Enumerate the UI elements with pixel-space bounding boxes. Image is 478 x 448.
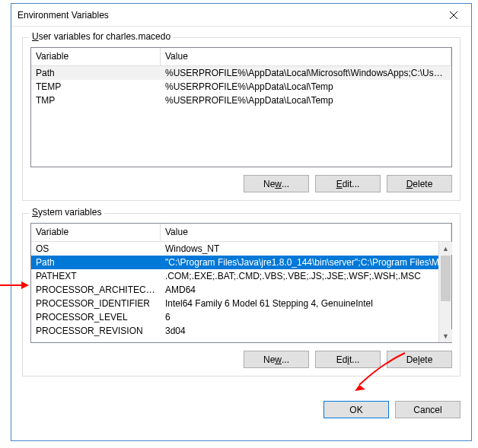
ok-button[interactable]: OK — [323, 401, 389, 418]
user-edit-button[interactable]: Edit... — [315, 175, 381, 192]
cell-value: "C:\Program Files\Java\jre1.8.0_144\bin\… — [161, 256, 451, 269]
col-header-variable[interactable]: Variable — [31, 224, 161, 241]
cell-variable: TMP — [31, 94, 161, 107]
user-variables-group: User variables for charles.macedo Variab… — [22, 37, 460, 201]
list-row[interactable]: PROCESSOR_LEVEL 6 — [31, 310, 451, 324]
cell-variable: PROCESSOR_LEVEL — [31, 310, 161, 324]
list-row[interactable]: PATHEXT .COM;.EXE;.BAT;.CMD;.VBS;.VBE;.J… — [31, 269, 451, 283]
cell-value: %USERPROFILE%\AppData\Local\Temp — [161, 80, 451, 94]
cell-value: %USERPROFILE%\AppData\Local\Microsoft\Wi… — [161, 66, 451, 80]
cell-variable: PROCESSOR_ARCHITECTURE — [31, 283, 161, 297]
cell-variable: Path — [31, 66, 161, 80]
cell-value: 6 — [161, 310, 451, 324]
cell-variable: OS — [31, 242, 161, 256]
user-buttons: New... Edit... Delete — [30, 175, 452, 192]
scroll-thumb[interactable] — [441, 256, 451, 301]
list-row[interactable]: PROCESSOR_REVISION 3d04 — [31, 324, 451, 338]
window-title: Environment Variables — [18, 10, 436, 21]
system-group-label: System variables — [29, 207, 104, 218]
list-row[interactable]: Path %USERPROFILE%\AppData\Local\Microso… — [31, 66, 451, 80]
dialog-content: User variables for charles.macedo Variab… — [11, 27, 471, 396]
list-row-selected[interactable]: Path "C:\Program Files\Java\jre1.8.0_144… — [31, 256, 451, 269]
system-edit-button[interactable]: Edit... — [315, 351, 381, 368]
cell-value: .COM;.EXE;.BAT;.CMD;.VBS;.VBE;.JS;.JSE;.… — [161, 269, 451, 283]
env-vars-dialog: Environment Variables User variables for… — [11, 3, 472, 441]
col-header-value[interactable]: Value — [161, 224, 451, 241]
list-row[interactable]: TEMP %USERPROFILE%\AppData\Local\Temp — [31, 80, 451, 94]
dialog-buttons: OK Cancel — [11, 396, 471, 418]
cell-value: AMD64 — [161, 283, 451, 297]
system-vars-list[interactable]: Variable Value OS Windows_NT Path "C:\Pr… — [30, 223, 452, 343]
list-row[interactable]: PROCESSOR_ARCHITECTURE AMD64 — [31, 283, 451, 297]
list-header: Variable Value — [31, 224, 451, 242]
scrollbar[interactable]: ▲ ▼ — [438, 242, 451, 342]
cell-value: Windows_NT — [161, 242, 451, 256]
cell-value: 3d04 — [161, 324, 451, 338]
cell-value: %USERPROFILE%\AppData\Local\Temp — [161, 94, 451, 107]
user-delete-button[interactable]: Delete — [387, 175, 452, 192]
list-header: Variable Value — [31, 48, 451, 66]
list-body: Path %USERPROFILE%\AppData\Local\Microso… — [31, 66, 451, 107]
system-variables-group: System variables Variable Value OS Windo… — [22, 213, 460, 377]
list-body: OS Windows_NT Path "C:\Program Files\Jav… — [31, 242, 451, 338]
user-vars-list[interactable]: Variable Value Path %USERPROFILE%\AppDat… — [30, 47, 452, 167]
col-header-variable[interactable]: Variable — [31, 48, 161, 65]
system-delete-button[interactable]: Delete — [387, 351, 452, 368]
cell-variable: PROCESSOR_IDENTIFIER — [31, 297, 161, 310]
titlebar: Environment Variables — [11, 4, 471, 27]
cancel-button[interactable]: Cancel — [395, 401, 460, 418]
list-row[interactable]: OS Windows_NT — [31, 242, 451, 256]
cell-value: Intel64 Family 6 Model 61 Stepping 4, Ge… — [161, 297, 451, 310]
cell-variable: Path — [31, 256, 161, 269]
col-header-value[interactable]: Value — [161, 48, 451, 65]
scroll-up-icon[interactable]: ▲ — [439, 242, 452, 255]
close-icon — [450, 11, 457, 19]
cell-variable: TEMP — [31, 80, 161, 94]
list-row[interactable]: TMP %USERPROFILE%\AppData\Local\Temp — [31, 94, 451, 107]
scroll-down-icon[interactable]: ▼ — [439, 329, 452, 342]
system-new-button[interactable]: New... — [244, 351, 309, 368]
close-button[interactable] — [436, 4, 471, 27]
user-new-button[interactable]: New... — [244, 175, 309, 192]
user-group-label: User variables for charles.macedo — [29, 31, 174, 42]
list-row[interactable]: PROCESSOR_IDENTIFIER Intel64 Family 6 Mo… — [31, 297, 451, 310]
cell-variable: PATHEXT — [31, 269, 161, 283]
system-buttons: New... Edit... Delete — [30, 351, 452, 368]
cell-variable: PROCESSOR_REVISION — [31, 324, 161, 338]
